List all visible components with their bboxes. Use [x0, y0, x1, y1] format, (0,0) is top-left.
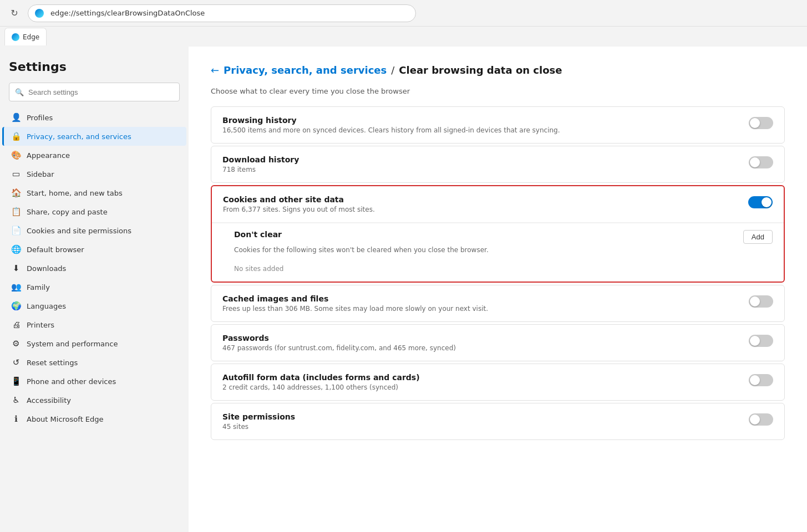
row-info-cached-images: Cached images and files Frees up less th…	[222, 294, 749, 313]
toggle-autofill[interactable]	[749, 374, 773, 386]
address-bar[interactable]: edge://settings/clearBrowsingDataOnClose	[28, 4, 416, 22]
main-layout: Settings 🔍 👤 Profiles 🔒 Privacy, search,…	[0, 47, 807, 532]
breadcrumb-link[interactable]: Privacy, search, and services	[224, 64, 387, 76]
row-title-site-permissions: Site permissions	[222, 412, 738, 421]
edge-favicon	[35, 9, 44, 18]
row-desc-browsing-history: 16,500 items and more on synced devices.…	[222, 126, 738, 134]
sidebar-item-about[interactable]: ℹ About Microsoft Edge	[2, 410, 186, 428]
nav-icon-reset: ↺	[11, 357, 21, 367]
toggle-download-history[interactable]	[749, 156, 773, 168]
settings-section-download-history: Download history 718 items	[211, 146, 785, 183]
dont-clear-header: Don't clear Add	[234, 230, 773, 244]
nav-label-appearance: Appearance	[27, 151, 70, 160]
settings-row-autofill: Autofill form data (includes forms and c…	[211, 364, 784, 400]
sidebar-item-downloads[interactable]: ⬇ Downloads	[2, 259, 186, 278]
settings-row-site-permissions: Site permissions 45 sites	[211, 403, 784, 439]
row-desc-site-permissions: 45 sites	[222, 423, 738, 431]
breadcrumb: ← Privacy, search, and services / Clear …	[211, 64, 785, 76]
nav-label-default-browser: Default browser	[27, 245, 84, 254]
search-box[interactable]: 🔍	[9, 83, 180, 101]
sidebar-item-default-browser[interactable]: 🌐 Default browser	[2, 240, 186, 259]
dont-clear-section: Don't clear Add Cookies for the followin…	[212, 223, 784, 282]
nav-label-printers: Printers	[27, 321, 54, 329]
nav-label-accessibility: Accessibility	[27, 396, 71, 405]
nav-label-downloads: Downloads	[27, 264, 66, 273]
toggle-browsing-history[interactable]	[749, 117, 773, 129]
sidebar-item-share-copy[interactable]: 📋 Share, copy and paste	[2, 202, 186, 221]
sidebar-title: Settings	[0, 55, 189, 83]
toggle-site-permissions[interactable]	[749, 413, 773, 426]
sidebar-item-reset[interactable]: ↺ Reset settings	[2, 353, 186, 372]
nav-label-privacy: Privacy, search, and services	[27, 132, 131, 141]
no-sites-label: No sites added	[234, 260, 773, 273]
settings-section-browsing-history: Browsing history 16,500 items and more o…	[211, 106, 785, 144]
settings-section-cookies: Cookies and other site data From 6,377 s…	[211, 185, 785, 283]
row-info-site-permissions: Site permissions 45 sites	[222, 412, 749, 431]
tab-favicon	[12, 33, 19, 41]
nav-label-cookies: Cookies and site permissions	[27, 227, 131, 235]
nav-label-sidebar: Sidebar	[27, 170, 54, 178]
row-desc-passwords: 467 passwords (for suntrust.com, fidelit…	[222, 344, 738, 352]
sidebar-item-start-home[interactable]: 🏠 Start, home, and new tabs	[2, 183, 186, 202]
add-site-button[interactable]: Add	[743, 230, 773, 244]
dont-clear-title: Don't clear	[234, 230, 282, 239]
sidebar-item-cookies[interactable]: 📄 Cookies and site permissions	[2, 221, 186, 240]
settings-row-cookies: Cookies and other site data From 6,377 s…	[212, 186, 784, 223]
nav-label-start-home: Start, home, and new tabs	[27, 189, 123, 197]
row-info-download-history: Download history 718 items	[222, 155, 749, 173]
sidebar-item-languages[interactable]: 🌍 Languages	[2, 296, 186, 315]
row-title-download-history: Download history	[222, 155, 738, 164]
active-tab[interactable]: Edge	[4, 28, 47, 45]
settings-section-site-permissions: Site permissions 45 sites	[211, 403, 785, 440]
nav-icon-sidebar: ▭	[11, 169, 21, 179]
nav-icon-accessibility: ♿	[11, 395, 21, 405]
row-info-browsing-history: Browsing history 16,500 items and more o…	[222, 116, 749, 134]
nav-icon-cookies: 📄	[11, 226, 21, 236]
nav-label-system: System and performance	[27, 340, 118, 348]
row-title-browsing-history: Browsing history	[222, 116, 738, 125]
sidebar-item-printers[interactable]: 🖨 Printers	[2, 315, 186, 334]
nav-label-phone: Phone and other devices	[27, 377, 116, 386]
settings-row-passwords: Passwords 467 passwords (for suntrust.co…	[211, 325, 784, 361]
sidebar-item-family[interactable]: 👥 Family	[2, 278, 186, 296]
nav-label-family: Family	[27, 283, 50, 291]
sidebar-item-accessibility[interactable]: ♿ Accessibility	[2, 391, 186, 410]
nav-icon-share-copy: 📋	[11, 207, 21, 217]
settings-row-download-history: Download history 718 items	[211, 146, 784, 182]
row-desc-download-history: 718 items	[222, 166, 738, 173]
tab-bar: Edge	[0, 27, 807, 47]
toggle-cached-images[interactable]	[749, 295, 773, 308]
nav-label-share-copy: Share, copy and paste	[27, 208, 108, 216]
nav-icon-start-home: 🏠	[11, 188, 21, 198]
nav-icon-printers: 🖨	[11, 320, 21, 330]
reload-button[interactable]: ↻	[7, 6, 22, 21]
row-title-cached-images: Cached images and files	[222, 294, 738, 303]
sidebar-item-system[interactable]: ⚙ System and performance	[2, 334, 186, 353]
sidebar-item-phone[interactable]: 📱 Phone and other devices	[2, 372, 186, 391]
sidebar-item-privacy[interactable]: 🔒 Privacy, search, and services	[2, 127, 186, 146]
toggle-cookies[interactable]	[748, 196, 773, 208]
content-area: ← Privacy, search, and services / Clear …	[189, 47, 807, 532]
nav-icon-profiles: 👤	[11, 112, 21, 122]
row-info-passwords: Passwords 467 passwords (for suntrust.co…	[222, 334, 749, 352]
nav-icon-system: ⚙	[11, 339, 21, 349]
row-desc-cached-images: Frees up less than 306 MB. Some sites ma…	[222, 305, 738, 313]
settings-row-cached-images: Cached images and files Frees up less th…	[211, 285, 784, 321]
nav-icon-appearance: 🎨	[11, 150, 21, 160]
nav-list: 👤 Profiles 🔒 Privacy, search, and servic…	[0, 108, 189, 428]
toggle-passwords[interactable]	[749, 335, 773, 347]
search-input[interactable]	[28, 88, 174, 96]
nav-label-reset: Reset settings	[27, 359, 78, 367]
breadcrumb-separator: /	[391, 64, 394, 76]
nav-icon-downloads: ⬇	[11, 263, 21, 273]
sidebar-item-appearance[interactable]: 🎨 Appearance	[2, 146, 186, 165]
nav-icon-phone: 📱	[11, 376, 21, 386]
nav-icon-privacy: 🔒	[11, 131, 21, 141]
back-button[interactable]: ←	[211, 64, 219, 76]
tab-title: Edge	[23, 33, 39, 41]
sidebar-item-sidebar[interactable]: ▭ Sidebar	[2, 165, 186, 183]
breadcrumb-current: Clear browsing data on close	[399, 64, 562, 76]
address-text: edge://settings/clearBrowsingDataOnClose	[50, 9, 205, 17]
sidebar-item-profiles[interactable]: 👤 Profiles	[2, 108, 186, 127]
sidebar: Settings 🔍 👤 Profiles 🔒 Privacy, search,…	[0, 47, 189, 532]
